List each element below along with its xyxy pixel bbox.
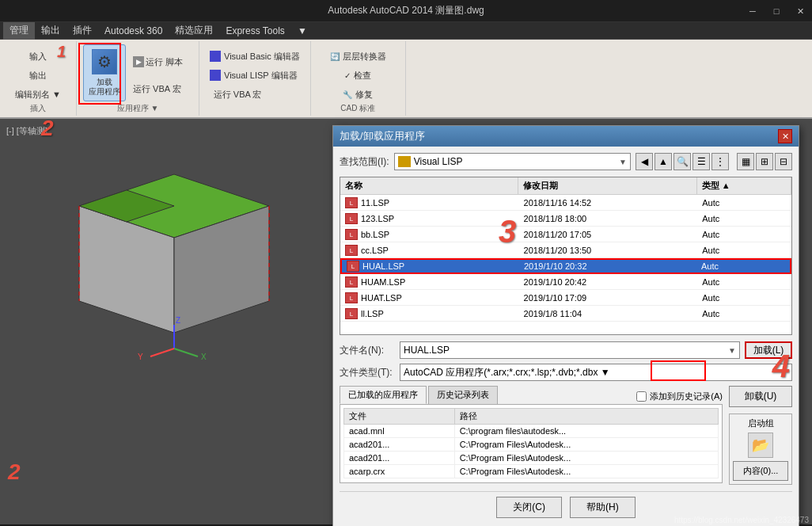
dialog-close-button[interactable]: ✕: [778, 129, 792, 143]
menu-manage[interactable]: 管理: [3, 22, 35, 40]
ribbon: 1 输入 输出 编辑别名 ▼ 插入 ⚙ 加载应用程序: [0, 40, 812, 119]
file-row[interactable]: L HUAL.LSP 2019/1/10 20:32 Autc: [340, 258, 791, 274]
view-list-button[interactable]: ▦: [737, 153, 754, 170]
nav-extra-button[interactable]: ⋮: [711, 153, 729, 170]
filename-arrow: ▼: [728, 346, 736, 355]
dialog-body: 查找范围(I): Visual LISP ▼ ◀ ▲ 🔍 ☰ ⋮ ▦: [333, 147, 799, 526]
file-row[interactable]: L cc.LSP 2018/11/20 13:50 Autc: [340, 242, 791, 258]
nav-search-button[interactable]: 🔍: [674, 153, 691, 170]
menu-featured[interactable]: 精选应用: [169, 22, 219, 40]
loaded-app-row[interactable]: acad201... C:\Program Files\Autodesk...: [344, 438, 719, 452]
ribbon-btn-export[interactable]: 输出: [6, 67, 70, 84]
tab-content: 文件 路径 acad.mnl C:\program files\autodesk…: [340, 404, 723, 483]
file-row[interactable]: L 11.LSP 2018/11/16 14:52 Autc: [340, 195, 791, 211]
ribbon-btn-import[interactable]: 输入: [6, 48, 70, 65]
nav-up-button[interactable]: ▲: [655, 153, 672, 170]
tab-history[interactable]: 历史记录列表: [428, 386, 498, 404]
file-icon: L: [345, 276, 358, 288]
loaded-file: acad201...: [344, 438, 455, 452]
load-app-label: 加载应用程序: [89, 78, 120, 97]
file-row[interactable]: L ll.LSP 2019/1/8 11:04 Autc: [340, 306, 791, 322]
ribbon-group-editors: Visual Basic 编辑器 Visual LISP 编辑器 运行 VBA …: [199, 41, 311, 116]
loaded-path: C:\Program Files\Autodesk...: [454, 465, 718, 478]
file-row[interactable]: L bb.LSP 2018/11/20 17:05 Autc: [340, 227, 791, 242]
file-date: 2019/1/10 17:09: [519, 292, 698, 303]
contents-button[interactable]: 内容(0)...: [733, 461, 788, 481]
ribbon-btn-lisp-editor[interactable]: Visual LISP 编辑器: [206, 67, 302, 84]
ribbon-btn-load-app[interactable]: ⚙ 加载应用程序: [83, 44, 126, 101]
ribbon-btn-check[interactable]: ✓ 检查: [326, 67, 389, 84]
ribbon-btn-run[interactable]: ▶ 运行 脚本: [129, 48, 192, 76]
ribbon-group-app-label: 应用程序 ▼: [77, 103, 199, 114]
nav-view-button[interactable]: ☰: [692, 153, 710, 170]
ribbon-btn-layer-convert[interactable]: 🔄 层层转换器: [326, 48, 390, 65]
file-name: 11.LSP: [361, 198, 389, 208]
add-history-checkbox[interactable]: [636, 391, 647, 402]
file-type: Autc: [697, 229, 791, 240]
lisp-icon: [210, 70, 221, 81]
filetype-select[interactable]: AutoCAD 应用程序(*.arx;*.crx;*.lsp;*.dvb;*.d…: [400, 364, 792, 381]
ribbon-btn-run-vba2[interactable]: 运行 VBA 宏: [206, 86, 269, 103]
repair-label: 修复: [355, 89, 373, 101]
loaded-file: acad.mnl: [344, 425, 455, 438]
menu-output[interactable]: 输出: [35, 22, 66, 40]
loaded-path: C:\program files\autodesk...: [454, 425, 718, 438]
filetype-value: AutoCAD 应用程序(*.arx;*.crx;*.lsp;*.dvb;*.d…: [404, 366, 610, 379]
file-list-container[interactable]: 名称 修改日期 类型 ▲ L 11.LSP 2018/11/16 14:52 A…: [340, 177, 792, 335]
loaded-col-file: 文件: [344, 409, 455, 425]
title-bar: Autodesk AutoCAD 2014 测量图.dwg ─ □ ✕: [0, 0, 812, 22]
ribbon-btn-edit-alias[interactable]: 编辑别名 ▼: [6, 86, 70, 103]
file-name: HUAL.LSP: [362, 261, 404, 271]
loaded-file: acarp.crx: [344, 465, 455, 478]
file-icon: L: [347, 261, 359, 272]
ribbon-btn-repair[interactable]: 🔧 修复: [326, 86, 389, 103]
menu-autodesk360[interactable]: Autodesk 360: [98, 22, 169, 40]
file-row[interactable]: L HUAM.LSP 2019/1/10 20:42 Autc: [340, 274, 791, 290]
file-row[interactable]: L HUAT.LSP 2019/1/10 17:09 Autc: [340, 290, 791, 306]
nav-back-button[interactable]: ◀: [636, 153, 653, 170]
menu-dropdown[interactable]: ▼: [291, 22, 313, 40]
file-icon: L: [345, 197, 358, 208]
view-extra2-button[interactable]: ⊟: [775, 153, 792, 170]
startup-icon: 📂: [748, 433, 773, 458]
loaded-app-row[interactable]: acad201... C:\Program Files\Autodesk...: [344, 452, 719, 465]
run-vba-label: 运行 VBA 宏: [133, 83, 181, 95]
file-name: HUAM.LSP: [361, 277, 405, 287]
loaded-app-row[interactable]: acarp.crx C:\Program Files\Autodesk...: [344, 465, 719, 478]
minimize-button[interactable]: ─: [741, 0, 765, 22]
filename-input[interactable]: HUAL.LSP ▼: [400, 341, 740, 359]
file-rows-container: L 11.LSP 2018/11/16 14:52 Autc L 123.LSP…: [340, 195, 791, 322]
file-row[interactable]: L 123.LSP 2018/11/8 18:00 Autc: [340, 211, 791, 227]
file-name: 123.LSP: [361, 214, 394, 223]
unload-button[interactable]: 卸载(U): [729, 386, 792, 407]
window-controls: ─ □ ✕: [741, 0, 812, 22]
close-dialog-button[interactable]: 关闭(C): [496, 497, 562, 518]
file-type: Autc: [696, 261, 790, 272]
ribbon-btn-run-vba[interactable]: 运行 VBA 宏: [129, 78, 192, 100]
path-combo[interactable]: Visual LISP ▼: [394, 153, 631, 170]
load-button[interactable]: 加载(L): [745, 341, 792, 359]
col-date: 修改日期: [518, 177, 696, 194]
file-name: bb.LSP: [361, 230, 389, 239]
help-button[interactable]: 帮助(H): [570, 497, 636, 518]
menu-plugin[interactable]: 插件: [66, 22, 98, 40]
file-type: Autc: [697, 197, 791, 208]
loaded-apps-table: 文件 路径 acad.mnl C:\program files\autodesk…: [343, 408, 719, 478]
restore-button[interactable]: □: [765, 0, 788, 22]
browse-btn-group: ◀ ▲ 🔍 ☰ ⋮: [636, 153, 729, 170]
file-date: 2019/1/8 11:04: [519, 308, 698, 319]
loaded-path: C:\Program Files\Autodesk...: [454, 452, 718, 465]
menu-express-tools[interactable]: Express Tools: [219, 22, 290, 40]
close-button[interactable]: ✕: [788, 0, 812, 22]
loaded-app-row[interactable]: acad.mnl C:\program files\autodesk...: [344, 425, 719, 438]
app-title: Autodesk AutoCAD 2014 测量图.dwg: [328, 4, 484, 17]
file-icon: L: [345, 213, 358, 224]
ribbon-btn-vb-editor[interactable]: Visual Basic 编辑器: [206, 48, 304, 65]
tab-loaded[interactable]: 已加载的应用程序: [340, 386, 427, 404]
vb-icon: [210, 51, 221, 62]
ribbon-group-app: ⚙ 加载应用程序 ▶ 运行 脚本 运行 VBA 宏 应用程序 ▼: [77, 41, 199, 116]
folder-icon: [398, 156, 411, 167]
view-detail-button[interactable]: ⊞: [756, 153, 773, 170]
filename-label: 文件名(N):: [340, 344, 395, 357]
add-history-label[interactable]: 添加到历史记录(A): [636, 391, 723, 402]
